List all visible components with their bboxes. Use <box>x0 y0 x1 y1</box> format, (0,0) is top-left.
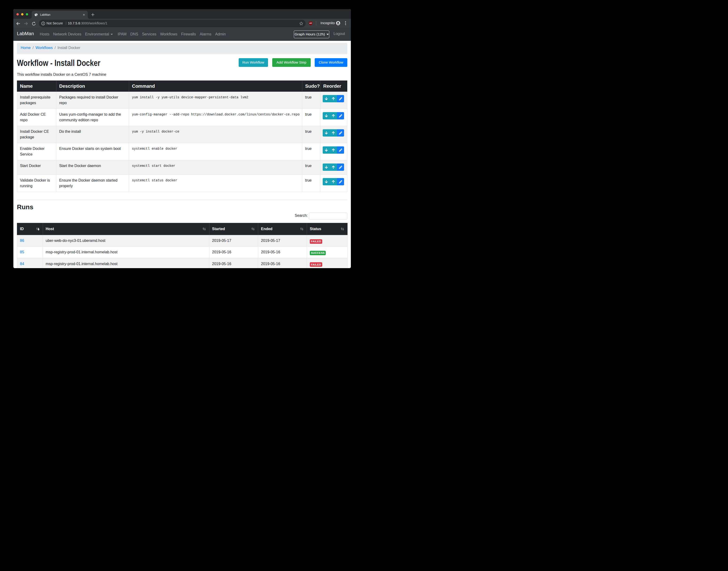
svg-text:uO: uO <box>309 22 312 24</box>
